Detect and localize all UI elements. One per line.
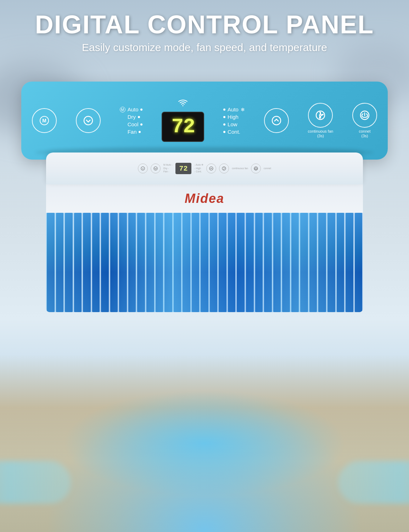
speed-labels: Auto ❄ High Low Cont. bbox=[223, 106, 245, 135]
mode-labels: M M Auto Dry Cool Fan bbox=[120, 106, 143, 135]
speed-cont: Cont. bbox=[223, 129, 245, 135]
ac-small-power[interactable] bbox=[251, 164, 261, 173]
grill-glow bbox=[46, 213, 363, 312]
fan-section: continuous fan(3s) bbox=[308, 103, 334, 138]
mode-button[interactable]: M bbox=[32, 108, 57, 133]
ac-small-mode[interactable]: M bbox=[138, 164, 148, 173]
ac-connet-small: connet bbox=[264, 167, 271, 170]
airflow-right bbox=[338, 461, 409, 504]
ac-small-up[interactable] bbox=[206, 164, 216, 173]
ac-small-fan[interactable] bbox=[219, 164, 229, 173]
svg-point-5 bbox=[320, 114, 321, 116]
ac-small-display: 72 bbox=[175, 163, 191, 174]
airflow-left bbox=[0, 461, 71, 504]
fan-button[interactable] bbox=[308, 103, 333, 128]
wifi-icon bbox=[177, 99, 189, 109]
header-section: DIGITAL CONTROL PANEL Easily customize m… bbox=[0, 11, 409, 54]
ac-unit: M M Auto - Dry - Fan - 72 - bbox=[46, 153, 363, 312]
mode-fan: Fan bbox=[120, 129, 143, 135]
ac-temperature-small: 72 bbox=[179, 165, 188, 173]
svg-point-2 bbox=[84, 116, 93, 125]
ac-grill bbox=[46, 213, 363, 312]
ac-speed-text: - Auto ❄ - High - Cont. bbox=[194, 164, 203, 173]
ac-mode-text: M Auto - Dry - Fan - bbox=[163, 164, 173, 173]
speed-high: High bbox=[223, 114, 245, 120]
bg-floor-glow bbox=[45, 390, 364, 532]
connect-label: connet(3s) bbox=[359, 129, 370, 138]
mode-cool: Cool bbox=[120, 121, 143, 127]
subtitle: Easily customize mode, fan speed, and te… bbox=[0, 41, 409, 54]
svg-point-9 bbox=[154, 167, 157, 170]
svg-text:M: M bbox=[42, 118, 46, 123]
digital-display: 72 bbox=[162, 112, 204, 142]
brand-logo: Midea bbox=[185, 191, 224, 206]
continuous-fan-label: continuous fan(3s) bbox=[308, 129, 334, 138]
power-button[interactable] bbox=[352, 103, 377, 128]
power-section: connet(3s) bbox=[352, 103, 377, 138]
ac-panel-controls: M M Auto - Dry - Fan - 72 - bbox=[138, 163, 271, 174]
down-button[interactable] bbox=[76, 108, 101, 133]
wifi-display-center: 72 bbox=[162, 99, 204, 142]
ac-small-down[interactable] bbox=[151, 164, 161, 173]
ac-middle: Midea bbox=[46, 184, 363, 213]
svg-text:M: M bbox=[142, 168, 144, 170]
svg-point-3 bbox=[272, 116, 281, 125]
mode-dry: Dry bbox=[120, 114, 143, 120]
up-button[interactable] bbox=[264, 108, 289, 133]
ac-cont-fan-small: continuous fan bbox=[232, 167, 248, 170]
main-title: DIGITAL CONTROL PANEL bbox=[0, 11, 409, 39]
mode-auto: M M Auto bbox=[120, 106, 143, 112]
ac-top-panel: M M Auto - Dry - Fan - 72 - bbox=[46, 153, 363, 184]
panel-inner: M M M Auto Dry Coo bbox=[32, 99, 377, 142]
speed-auto: Auto ❄ bbox=[223, 106, 245, 112]
speed-low: Low bbox=[223, 121, 245, 127]
temperature-display: 72 bbox=[171, 115, 195, 138]
